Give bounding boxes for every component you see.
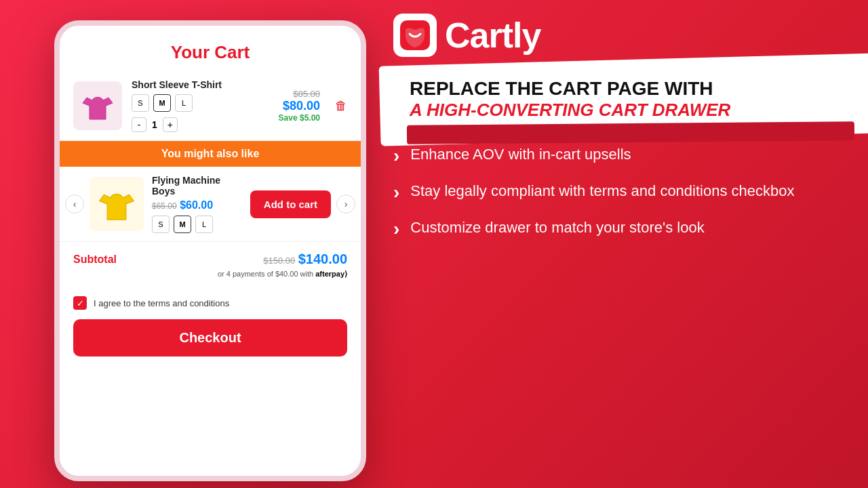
size-m[interactable]: M (153, 94, 171, 112)
upsell-section: You might also like (60, 141, 361, 167)
right-content: Cartly REPLACE THE CART PAGE WITH A HIGH… (393, 14, 854, 255)
carousel-next[interactable]: › (336, 195, 355, 214)
headline-content: REPLACE THE CART PAGE WITH A HIGH-CONVER… (393, 68, 854, 129)
feature-text-3: Customize drawer to match your store's l… (410, 218, 704, 238)
terms-checkbox[interactable]: ✓ (73, 296, 87, 310)
quantity-controls: - 1 + (132, 117, 269, 132)
upsell-original-price: $65.00 (152, 201, 177, 211)
upsell-item: Flying Machine Boys $65.00 $60.00 S M L … (90, 175, 331, 233)
cart-header: Your Cart (60, 26, 361, 71)
item-sale-price: $80.00 (279, 99, 320, 113)
upsell-sizes[interactable]: S M L (152, 216, 242, 233)
size-options[interactable]: S M L (132, 94, 269, 112)
feature-item-1: › Enhance AOV with in-cart upsells (393, 145, 854, 165)
carousel-prev[interactable]: ‹ (65, 195, 84, 214)
afterpay-text: or 4 payments of $40.00 with afterpay⟩ (73, 270, 347, 279)
headline-banner-wrapper: REPLACE THE CART PAGE WITH A HIGH-CONVER… (393, 68, 854, 129)
upsell-title: You might also like (71, 148, 350, 160)
item-save-text: Save $5.00 (279, 113, 320, 123)
item-original-price: $85.00 (279, 89, 320, 99)
chevron-icon-1: › (393, 146, 399, 165)
chevron-icon-2: › (393, 183, 399, 202)
upsell-size-m[interactable]: M (174, 216, 191, 233)
subtotal-original: $150.00 (263, 256, 295, 266)
subtotal-price-block: $150.00 $140.00 (263, 251, 347, 267)
subtotal-amount: $140.00 (298, 251, 347, 266)
subtotal-label: Subtotal (73, 253, 117, 266)
headline-line2: A HIGH-CONVERTING CART DRAWER (410, 100, 838, 121)
upsell-sale-price: $60.00 (180, 199, 213, 211)
logo-area: Cartly (393, 14, 854, 57)
upsell-size-l[interactable]: L (195, 216, 213, 233)
cart-item-details: Short Sleeve T-Shirt S M L - 1 + (132, 79, 269, 132)
size-s[interactable]: S (132, 94, 149, 112)
cart-title: Your Cart (171, 42, 250, 62)
terms-text: I agree to the terms and conditions (94, 298, 229, 308)
size-l[interactable]: L (175, 94, 193, 112)
checkout-section: Checkout (60, 317, 361, 367)
add-to-cart-button[interactable]: Add to cart (250, 190, 331, 218)
qty-increase[interactable]: + (163, 117, 178, 132)
feature-item-2: › Stay legally compliant with terms and … (393, 182, 854, 202)
upsell-item-image (90, 177, 144, 231)
cart-item: Short Sleeve T-Shirt S M L - 1 + $85.00 … (60, 71, 361, 141)
upsell-size-s[interactable]: S (152, 216, 170, 233)
afterpay-logo: afterpay⟩ (315, 270, 347, 278)
logo-icon (393, 14, 437, 57)
checkbox-check-icon: ✓ (77, 298, 84, 308)
feature-text-2: Stay legally compliant with terms and co… (410, 182, 794, 201)
product-image (73, 81, 122, 130)
upsell-carousel: ‹ Flying Machine Boys $65.00 $60.00 S M … (60, 167, 361, 241)
subtotal-section: Subtotal $150.00 $140.00 or 4 payments o… (60, 241, 361, 291)
item-price-block: $85.00 $80.00 Save $5.00 (279, 89, 320, 123)
features-list: › Enhance AOV with in-cart upsells › Sta… (393, 145, 854, 239)
item-name: Short Sleeve T-Shirt (132, 79, 269, 90)
feature-text-1: Enhance AOV with in-cart upsells (410, 145, 631, 165)
delete-icon[interactable]: 🗑 (335, 99, 347, 113)
logo-text: Cartly (445, 15, 540, 56)
headline-line1: REPLACE THE CART PAGE WITH (410, 79, 838, 100)
qty-decrease[interactable]: - (132, 117, 146, 132)
checkout-button[interactable]: Checkout (73, 319, 347, 357)
upsell-item-details: Flying Machine Boys $65.00 $60.00 S M L (152, 175, 242, 233)
chevron-icon-3: › (393, 220, 399, 239)
qty-value: 1 (152, 119, 157, 130)
phone-mockup: Your Cart Short Sleeve T-Shirt S M L - 1… (54, 20, 366, 481)
feature-item-3: › Customize drawer to match your store's… (393, 218, 854, 239)
upsell-item-name: Flying Machine Boys (152, 175, 242, 197)
terms-row: ✓ I agree to the terms and conditions (60, 291, 361, 317)
subtotal-row: Subtotal $150.00 $140.00 (73, 251, 347, 267)
